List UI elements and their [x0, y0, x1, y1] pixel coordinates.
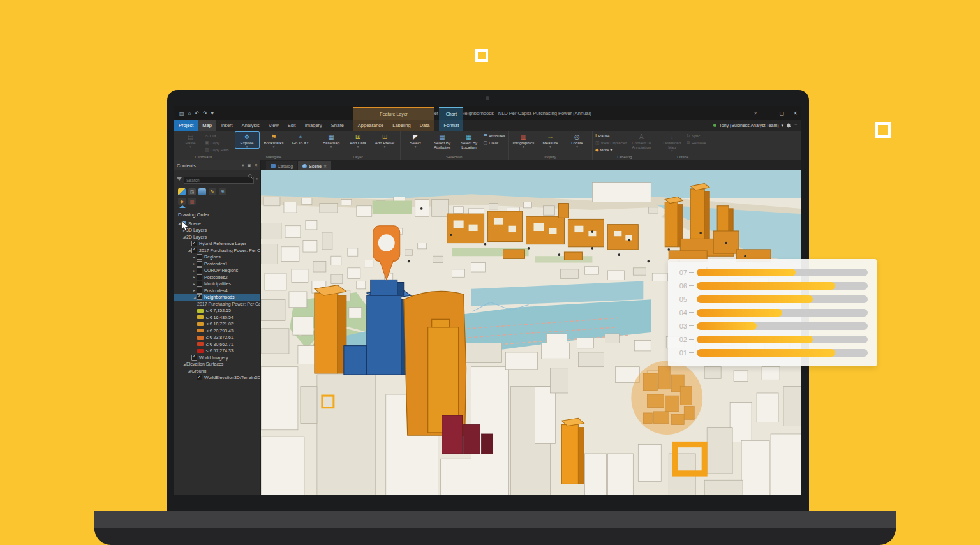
orange-tower-left[interactable] [315, 285, 346, 373]
list-by-charts-icon[interactable]: ▥ [188, 198, 196, 205]
tab-data[interactable]: Data [415, 120, 434, 131]
layer-checkbox[interactable] [191, 355, 197, 361]
tree-item-regions[interactable]: ▸Regions [174, 254, 260, 261]
layer-checkbox[interactable] [197, 274, 202, 280]
more-button[interactable]: ◆More ▾ [595, 147, 627, 153]
collapsed-arrow-icon[interactable]: ▸ [192, 288, 197, 292]
expanded-arrow-icon[interactable]: ◢ [187, 369, 191, 373]
tree-item-postcodes2[interactable]: ▸Postcodes2 [174, 274, 260, 281]
measure-button[interactable]: ⇔Measure▾ [538, 131, 563, 149]
tab-share[interactable]: Share [327, 120, 348, 131]
select-by-attributes-button[interactable]: ▦Select By Attributes [430, 131, 455, 150]
help-button[interactable]: ? [754, 110, 756, 116]
list-by-labeling-icon[interactable]: ◆ [178, 198, 186, 205]
expanded-arrow-icon[interactable]: ◢ [177, 221, 181, 225]
bookmarks-button[interactable]: ⚑Bookmarks▾ [262, 131, 286, 149]
explore-button[interactable]: ✥Explore▾ [235, 131, 260, 149]
tree-item-municipalities[interactable]: ▸Municipalities [174, 281, 260, 288]
tree-item-postcodes1[interactable]: ▸Postcodes1 [174, 260, 260, 267]
paste-button[interactable]: ▤Paste▾ [178, 131, 203, 149]
expanded-arrow-icon[interactable]: ◢ [187, 248, 191, 252]
tree-item-2d-layers[interactable]: ◢2D Layers [174, 234, 260, 241]
minimize-button[interactable]: — [766, 110, 771, 116]
close-panel-icon[interactable]: ✕ [255, 163, 258, 168]
pause-button[interactable]: ‖Pause [595, 133, 627, 138]
filter-funnel-icon[interactable] [177, 177, 182, 181]
tree-item-hybrid-reference-layer[interactable]: Hybrid Reference Layer [174, 241, 260, 248]
collapsed-arrow-icon[interactable]: ▸ [192, 262, 197, 265]
clear-button[interactable]: ▢Clear [484, 140, 505, 146]
tab-imagery[interactable]: Imagery [301, 120, 327, 131]
close-tab-icon[interactable]: ✕ [323, 164, 327, 168]
add-data-button[interactable]: ⊞Add Data▾ [346, 131, 371, 149]
sync-button[interactable]: ↻Sync [687, 133, 706, 138]
add-preset-button[interactable]: ⊞Add Preset▾ [373, 131, 397, 149]
layer-checkbox[interactable] [191, 241, 197, 246]
pin-panel-icon[interactable]: ▣ [247, 163, 251, 168]
tab-edit[interactable]: Edit [283, 120, 301, 131]
copy-path-button[interactable]: ▥Copy Path [205, 147, 229, 153]
tab-map[interactable]: Map [198, 120, 216, 131]
collapse-ribbon-icon[interactable]: ⌃ [794, 123, 798, 128]
view-unplaced-button[interactable]: ◫View Unplaced [595, 140, 627, 146]
signed-in-user[interactable]: Tony (Business Analyst Team) [719, 123, 778, 128]
redo-icon[interactable]: ↷ [203, 110, 207, 116]
tab-insert[interactable]: Insert [216, 120, 237, 131]
save-icon[interactable]: ▤ [179, 110, 184, 116]
layer-checkbox[interactable] [197, 288, 202, 294]
orange-tower-bottom[interactable] [561, 418, 584, 484]
infographics-button[interactable]: ▥Infographics▾ [511, 131, 536, 149]
expanded-arrow-icon[interactable]: ◢ [182, 235, 186, 239]
collapsed-arrow-icon[interactable]: ▸ [192, 269, 197, 272]
tab-view[interactable]: View [264, 120, 283, 131]
notifications-bell-icon[interactable] [786, 123, 791, 128]
tab-analysis[interactable]: Analysis [237, 120, 264, 131]
orange-building-curved[interactable] [404, 291, 466, 435]
list-by-drawing-order-icon[interactable] [178, 188, 186, 195]
copy-button[interactable]: ▣Copy [205, 140, 229, 146]
select-button[interactable]: ◤Select▾ [403, 131, 428, 149]
layer-checkbox[interactable] [191, 248, 197, 253]
customize-qat-icon[interactable]: ▾ [211, 110, 214, 116]
tree-item-elevation-surfaces[interactable]: ◢Elevation Surfaces [174, 361, 260, 368]
tree-item-2017-purchasing-power-per-capita[interactable]: ◢2017 Purchasing Power: Per Capita [174, 247, 260, 254]
maximize-button[interactable]: ▢ [780, 110, 785, 116]
collapsed-arrow-icon[interactable]: ▸ [192, 282, 197, 286]
list-by-snapping-icon[interactable]: ⊞ [219, 188, 226, 195]
search-input[interactable] [184, 177, 254, 184]
cut-button[interactable]: ✂Cut [205, 133, 229, 138]
undo-icon[interactable]: ↶ [195, 110, 199, 116]
tree-item-postcodes4[interactable]: ▸Postcodes4 [174, 287, 260, 294]
tab-format[interactable]: Format [439, 120, 463, 131]
list-by-imagery-icon[interactable] [198, 188, 206, 195]
layer-checkbox[interactable] [197, 294, 202, 300]
layer-checkbox[interactable] [197, 281, 202, 287]
basemap-button[interactable]: ▦Basemap▾ [319, 131, 344, 149]
select-by-location-button[interactable]: ▦Select By Location [457, 131, 482, 150]
user-menu-caret[interactable]: ▾ [782, 123, 784, 128]
convert-to-annotation-button[interactable]: AConvert To Annotation [629, 131, 654, 150]
remove-button[interactable]: ⊠Remove [687, 140, 706, 146]
collapsed-arrow-icon[interactable]: ▸ [192, 275, 197, 279]
collapsed-arrow-icon[interactable]: ▸ [192, 255, 197, 259]
list-by-editing-icon[interactable]: ✎ [209, 188, 216, 195]
view-tab-scene[interactable]: Scene✕ [298, 161, 331, 170]
locate-button[interactable]: ◎Locate▾ [565, 131, 590, 149]
tab-appearance[interactable]: Appearance [353, 120, 388, 131]
download-map-button[interactable]: ↓Download Map▾ [660, 131, 685, 153]
layer-checkbox[interactable] [197, 254, 202, 260]
tree-item-neighborhoods[interactable]: ◢Neighborhoods [174, 294, 260, 301]
tree-item-worldelevation3d-terrain3d[interactable]: WorldElevation3D/Terrain3D [174, 375, 260, 382]
tree-item-world-imagery[interactable]: World Imagery [174, 354, 260, 361]
tree-item-corop-regions[interactable]: ▸COROP Regions [174, 267, 260, 274]
go-to-xy-button[interactable]: ⌖Go To XY [288, 131, 313, 146]
view-tab-catalog[interactable]: Catalog [266, 161, 297, 170]
collapse-panel-icon[interactable]: ▾ [242, 163, 244, 168]
layer-checkbox[interactable] [197, 261, 202, 267]
expanded-arrow-icon[interactable]: ◢ [182, 362, 186, 366]
search-options-caret[interactable]: ▾ [256, 177, 258, 181]
home-icon[interactable]: ⌂ [188, 110, 191, 116]
tab-project[interactable]: Project [174, 120, 198, 131]
attributes-button[interactable]: ☰Attributes [484, 133, 505, 138]
tree-item-ground[interactable]: ◢Ground [174, 368, 260, 375]
